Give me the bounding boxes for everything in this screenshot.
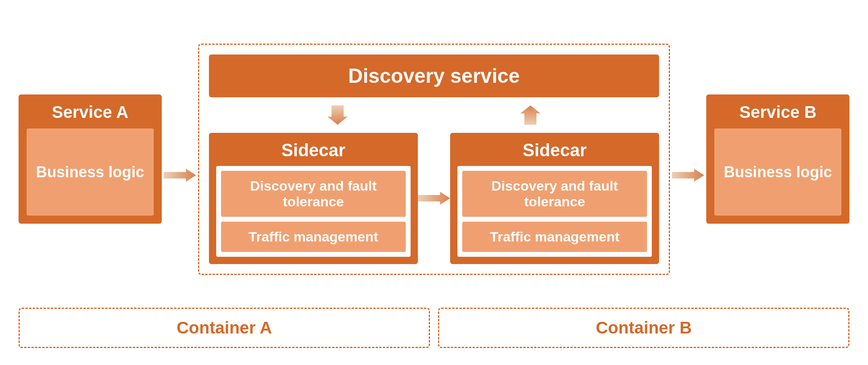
svg-marker-4 — [672, 169, 704, 182]
svg-marker-0 — [164, 169, 196, 182]
svg-marker-3 — [418, 192, 450, 205]
sidecar-left-item2-text: Traffic management — [248, 229, 378, 244]
container-b-box: Container B — [438, 308, 849, 348]
down-arrow-left-icon — [328, 105, 348, 125]
service-b-logic: Business logic — [724, 164, 832, 181]
svg-marker-1 — [328, 105, 348, 125]
sidecar-right-item1-text: Discovery and fault tolerance — [491, 178, 618, 209]
sidecar-left-box: Sidecar Discovery and fault tolerance Tr… — [209, 133, 418, 264]
service-a-inner: Business logic — [27, 128, 154, 216]
discovery-service-box: Discovery service — [209, 55, 659, 97]
container-b-label: Container B — [596, 318, 692, 338]
arrow-sidecar-to-b — [670, 165, 706, 185]
bottom-row: Container A Container B — [19, 308, 849, 348]
up-arrow-right-icon — [520, 105, 540, 125]
sidecar-right-box: Sidecar Discovery and fault tolerance Tr… — [450, 133, 659, 264]
service-a-box: Service A Business logic — [19, 94, 162, 224]
sidecar-left-title: Sidecar — [216, 140, 411, 160]
service-b-inner: Business logic — [714, 128, 841, 216]
service-a-title: Service A — [52, 103, 128, 122]
container-a-box: Container A — [19, 308, 430, 348]
arrow-a-to-sidecar — [162, 165, 198, 185]
top-area: Service A Business logic Discovery — [19, 17, 849, 301]
sidecar-right-item2: Traffic management — [462, 222, 647, 252]
vertical-arrows — [209, 105, 659, 125]
container-a-label: Container A — [177, 318, 272, 338]
mesh-container: Discovery service — [198, 44, 670, 275]
sidecar-right-title: Sidecar — [457, 140, 652, 160]
arrow-sidecar-to-sidecar — [418, 190, 450, 206]
service-b-title: Service B — [739, 103, 816, 122]
sidecar-left-item2: Traffic management — [221, 222, 406, 252]
arrow-icon — [164, 165, 196, 185]
service-a-logic: Business logic — [36, 164, 144, 181]
sidecar-left-item1: Discovery and fault tolerance — [221, 171, 406, 217]
diagram: Service A Business logic Discovery — [10, 9, 858, 356]
sidecars-row: Sidecar Discovery and fault tolerance Tr… — [209, 133, 659, 264]
sidecar-right-item2-text: Traffic management — [490, 229, 620, 244]
sidecar-right-item1: Discovery and fault tolerance — [462, 171, 647, 217]
arrow-b-icon — [672, 165, 704, 185]
sidecar-left-item1-text: Discovery and fault tolerance — [250, 178, 377, 209]
discovery-service-title: Discovery service — [348, 65, 520, 87]
svg-marker-2 — [520, 105, 540, 125]
sidecar-arrow-icon — [418, 190, 450, 206]
sidecar-left-inner: Discovery and fault tolerance Traffic ma… — [216, 166, 411, 257]
sidecar-right-inner: Discovery and fault tolerance Traffic ma… — [457, 166, 652, 257]
service-b-box: Service B Business logic — [706, 94, 849, 224]
